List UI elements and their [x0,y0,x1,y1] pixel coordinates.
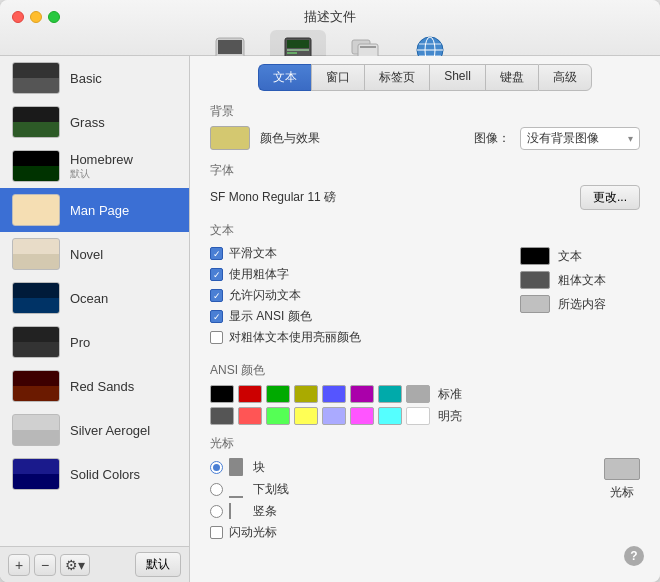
ansi-normal-1[interactable] [238,385,262,403]
ocean-label: Ocean [70,291,108,306]
cursor-color-swatch[interactable] [604,458,640,480]
bold-font-checkbox[interactable] [210,268,223,281]
ansi-bright-5[interactable] [350,407,374,425]
blink-text-checkbox[interactable] [210,289,223,302]
gear-menu-button[interactable]: ⚙▾ [60,554,90,576]
cursor-bar-radio[interactable] [210,505,223,518]
ansi-color-checkbox[interactable] [210,310,223,323]
tab-advanced[interactable]: 高级 [538,64,592,91]
smooth-text-row: 平滑文本 [210,245,510,262]
tab-keyboard[interactable]: 键盘 [485,64,538,91]
cursor-left: 块 下划线 [210,458,584,545]
ansi-normal-6[interactable] [378,385,402,403]
ansi-bright-6[interactable] [378,407,402,425]
ansi-bright-1[interactable] [238,407,262,425]
solidcolors-thumbnail [12,458,60,490]
cursor-block-label: 块 [253,459,265,476]
remove-profile-button[interactable]: − [34,554,56,576]
ansi-color-row: 显示 ANSI 颜色 [210,308,510,325]
tab-text[interactable]: 文本 [258,64,311,91]
ansi-bright-0[interactable] [210,407,234,425]
cursor-underline-label: 下划线 [253,481,289,498]
sidebar-item-redsands[interactable]: Red Sands [0,364,189,408]
sidebar-item-silveraerogel[interactable]: Silver Aerogel [0,408,189,452]
blink-cursor-checkbox[interactable] [210,526,223,539]
ansi-normal-7[interactable] [406,385,430,403]
ansi-normal-3[interactable] [294,385,318,403]
ansi-normal-5[interactable] [350,385,374,403]
sidebar-footer: + − ⚙▾ 默认 [0,546,189,582]
tab-tabs[interactable]: 标签页 [364,64,429,91]
blink-text-label: 允许闪动文本 [229,287,301,304]
change-font-button[interactable]: 更改... [580,185,640,210]
tab-shell[interactable]: Shell [429,64,485,91]
manpage-label: Man Page [70,203,129,218]
pro-thumbnail [12,326,60,358]
smooth-text-checkbox[interactable] [210,247,223,260]
grass-thumbnail [12,106,60,138]
minimize-button[interactable] [30,11,42,23]
cursor-block-radio[interactable] [210,461,223,474]
blink-cursor-label: 闪动光标 [229,524,277,541]
ansi-normal-4[interactable] [322,385,346,403]
cursor-underline-preview [229,480,243,498]
sidebar-item-novel[interactable]: Novel [0,232,189,276]
ansi-bright-4[interactable] [322,407,346,425]
background-section: 背景 颜色与效果 图像： 没有背景图像 ▾ [210,103,640,150]
sidebar-item-homebrew[interactable]: Homebrew 默认 [0,144,189,188]
ansi-bright-7[interactable] [406,407,430,425]
text-color-swatch[interactable] [520,247,550,265]
background-image-select[interactable]: 没有背景图像 ▾ [520,127,640,150]
text-options-columns: 平滑文本 使用粗体字 允许闪动文本 [210,245,640,350]
set-default-button[interactable]: 默认 [135,552,181,577]
ansi-normal-2[interactable] [266,385,290,403]
bold-font-label: 使用粗体字 [229,266,289,283]
manpage-thumbnail [12,194,60,226]
sidebar-item-manpage[interactable]: Man Page [0,188,189,232]
content-area: Basic Grass Homebrew 默认 [0,56,660,582]
cursor-underline-radio[interactable] [210,483,223,496]
sidebar-item-solidcolors[interactable]: Solid Colors [0,452,189,496]
bold-color-swatch[interactable] [520,271,550,289]
text-color-options: 文本 粗体文本 所选内容 [520,245,640,350]
ansi-bright-2[interactable] [266,407,290,425]
sidebar-item-ocean[interactable]: Ocean [0,276,189,320]
cursor-preview-label: 光标 [610,484,634,501]
panel-wrapper: 背景 颜色与效果 图像： 没有背景图像 ▾ 字 [190,91,660,582]
maximize-button[interactable] [48,11,60,23]
close-button[interactable] [12,11,24,23]
background-color-swatch[interactable] [210,126,250,150]
font-row: SF Mono Regular 11 磅 更改... [210,185,640,210]
bright-bold-label: 对粗体文本使用亮丽颜色 [229,329,361,346]
ansi-section: ANSI 颜色 标准 [210,362,640,425]
ansi-bright-row: 明亮 [210,407,640,425]
sidebar-item-basic[interactable]: Basic [0,56,189,100]
cursor-right: 光标 [604,458,640,545]
sidebar-item-grass[interactable]: Grass [0,100,189,144]
text-options-left: 平滑文本 使用粗体字 允许闪动文本 [210,245,510,350]
font-section-title: 字体 [210,162,640,179]
smooth-text-label: 平滑文本 [229,245,277,262]
text-section-title: 文本 [210,222,640,239]
solidcolors-label: Solid Colors [70,467,140,482]
ansi-normal-0[interactable] [210,385,234,403]
cursor-options: 块 下划线 [210,458,640,545]
font-name-display: SF Mono Regular 11 磅 [210,189,570,206]
tab-bar: 文本 窗口 标签页 Shell 键盘 高级 [190,56,660,91]
homebrew-thumbnail [12,150,60,182]
background-image-value: 没有背景图像 [527,130,624,147]
redsands-label: Red Sands [70,379,134,394]
sidebar-item-pro[interactable]: Pro [0,320,189,364]
help-button[interactable]: ? [624,546,644,566]
bright-bold-checkbox[interactable] [210,331,223,344]
selection-color-swatch[interactable] [520,295,550,313]
add-profile-button[interactable]: + [8,554,30,576]
svg-rect-1 [218,40,242,54]
text-color-label: 文本 [558,248,582,265]
tab-window[interactable]: 窗口 [311,64,364,91]
ansi-bright-3[interactable] [294,407,318,425]
chevron-down-icon: ▾ [628,133,633,144]
selection-color-row: 所选内容 [520,295,640,313]
ansi-bright-label: 明亮 [438,408,462,425]
homebrew-sublabel: 默认 [70,167,133,181]
